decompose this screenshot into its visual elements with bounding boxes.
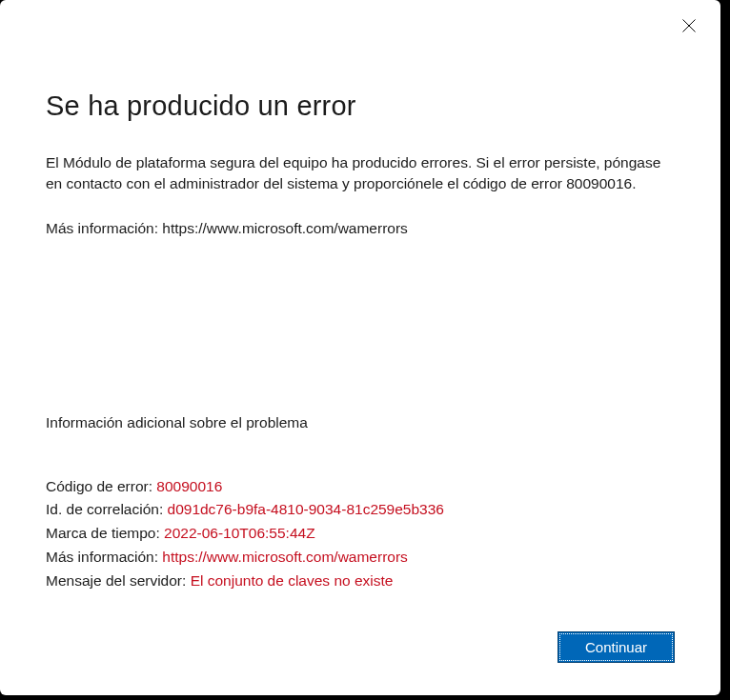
error-code-value: 80090016: [156, 478, 222, 494]
additional-info-title: Información adicional sobre el problema: [46, 414, 675, 431]
correlation-id-label: Id. de correlación:: [46, 501, 168, 517]
server-message-value: El conjunto de claves no existe: [191, 572, 394, 589]
correlation-id-line: Id. de correlación: d091dc76-b9fa-4810-9…: [46, 498, 675, 522]
timestamp-label: Marca de tiempo:: [46, 525, 164, 541]
close-icon: [682, 19, 696, 32]
error-description: El Módulo de plataforma segura del equip…: [46, 152, 675, 195]
close-button[interactable]: [680, 17, 698, 34]
more-info-detail-value: https://www.microsoft.com/wamerrors: [162, 549, 408, 565]
error-code-label: Código de error:: [46, 478, 156, 494]
more-info-url: https://www.microsoft.com/wamerrors: [162, 220, 408, 236]
more-info-line: Más información: https://www.microsoft.c…: [46, 218, 675, 239]
dialog-footer: Continuar: [558, 631, 675, 663]
more-info-prefix: Más información:: [46, 220, 162, 236]
dialog-title: Se ha producido un error: [46, 90, 675, 122]
dialog-content: Se ha producido un error El Módulo de pl…: [0, 0, 720, 593]
timestamp-line: Marca de tiempo: 2022-06-10T06:55:44Z: [46, 522, 675, 546]
correlation-id-value: d091dc76-b9fa-4810-9034-81c259e5b336: [168, 501, 444, 517]
server-message-label: Mensaje del servidor:: [46, 572, 191, 589]
continue-button[interactable]: Continuar: [558, 631, 675, 663]
more-info-detail-label: Más información:: [46, 549, 162, 565]
more-info-detail-line: Más información: https://www.microsoft.c…: [46, 546, 675, 570]
timestamp-value: 2022-06-10T06:55:44Z: [164, 525, 315, 541]
error-code-line: Código de error: 80090016: [46, 475, 675, 499]
server-message-line: Mensaje del servidor: El conjunto de cla…: [46, 570, 675, 593]
additional-info-section: Información adicional sobre el problema …: [46, 414, 675, 593]
error-dialog: Se ha producido un error El Módulo de pl…: [0, 0, 720, 695]
